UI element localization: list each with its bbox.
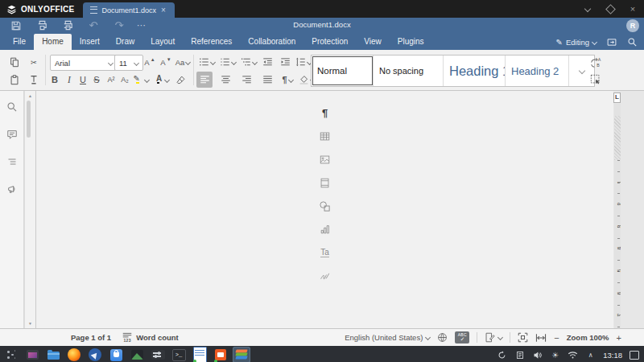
tab-plugins[interactable]: Plugins [390, 34, 432, 50]
chart-settings-button[interactable] [317, 222, 333, 237]
font-size-select[interactable]: 11 [114, 55, 143, 71]
document-tab[interactable]: Document1.docx × [83, 2, 175, 18]
taskbar-image-viewer-icon[interactable] [128, 347, 146, 362]
brightness-icon[interactable]: ☀ [550, 349, 560, 360]
tab-view[interactable]: View [356, 34, 390, 50]
taskbar-screenshot-tool-icon[interactable] [23, 347, 41, 362]
vertical-scrollbar[interactable]: ▲ ▼ [24, 91, 35, 328]
style-normal[interactable]: Normal [312, 56, 374, 86]
taskbar-maps-icon[interactable] [86, 347, 104, 362]
tray-expand-chevron-icon[interactable]: ∧ [585, 349, 596, 360]
sync-icon[interactable] [497, 349, 507, 360]
tab-close-icon[interactable]: × [161, 6, 166, 14]
image-settings-button[interactable] [317, 152, 333, 167]
scroll-up-arrow[interactable]: ▲ [25, 93, 35, 99]
notes-icon[interactable] [514, 349, 525, 360]
taskbar-settings-icon[interactable] [149, 347, 167, 362]
set-language-globe-icon[interactable] [437, 332, 448, 343]
undo-button[interactable]: ↶ [83, 19, 104, 32]
avatar[interactable]: R [626, 19, 639, 32]
zoom-out-button[interactable]: − [554, 333, 559, 343]
print-button[interactable] [31, 19, 52, 32]
align-left-button[interactable] [196, 72, 213, 88]
word-count-button[interactable]: 123 Word count [122, 332, 179, 343]
style-heading1[interactable]: Heading 1 [444, 56, 506, 86]
tab-draw[interactable]: Draw [108, 34, 142, 50]
tab-home[interactable]: Home [34, 34, 72, 50]
font-color-button[interactable]: A [151, 72, 172, 88]
spell-check-toggle[interactable]: ABC✓ [455, 331, 469, 343]
zoom-in-button[interactable]: + [617, 333, 621, 343]
open-file-location-button[interactable] [606, 37, 617, 47]
vertical-ruler[interactable]: 1234567 [613, 104, 621, 328]
increment-font-size-button[interactable]: A▲ [142, 54, 158, 70]
style-no-spacing[interactable]: No spacing [374, 56, 444, 86]
cut-button[interactable]: ✂ [26, 54, 42, 70]
taskbar-app-store-icon[interactable] [107, 347, 125, 362]
style-heading2[interactable]: Heading 2 [506, 56, 569, 86]
comments-panel-button[interactable] [4, 126, 20, 142]
decrease-indent-button[interactable] [259, 54, 275, 70]
strikethrough-button[interactable]: S [89, 72, 105, 88]
zoom-level-indicator[interactable]: Zoom 100% [567, 333, 609, 342]
headers-footers-settings-button[interactable] [317, 175, 333, 190]
customize-quick-access-button[interactable]: ⋯ [137, 20, 147, 31]
scroll-down-arrow[interactable]: ▼ [25, 320, 35, 327]
scrollbar-thumb[interactable] [27, 101, 31, 138]
window-close-button[interactable]: × [628, 4, 638, 14]
track-changes-button[interactable] [485, 332, 502, 343]
taskbar-writer-icon[interactable] [191, 347, 208, 362]
fit-page-button[interactable] [518, 332, 528, 343]
nonprinting-characters-button[interactable]: ¶ [277, 72, 298, 88]
table-settings-button[interactable] [317, 129, 333, 143]
taskbar-firefox-icon[interactable] [65, 347, 83, 362]
taskbar-terminal-icon[interactable]: >_ [170, 347, 188, 362]
paragraph-settings-button[interactable]: ¶ [317, 105, 333, 120]
show-desktop-button[interactable] [630, 351, 639, 360]
redo-button[interactable]: ↷ [109, 19, 130, 32]
shape-settings-button[interactable] [317, 199, 333, 213]
quick-print-button[interactable] [57, 19, 78, 32]
navigation-headings-button[interactable] [4, 154, 20, 170]
clear-style-button[interactable] [172, 72, 188, 88]
tab-insert[interactable]: Insert [72, 34, 108, 50]
tab-references[interactable]: References [183, 34, 240, 50]
wifi-icon[interactable] [568, 349, 578, 360]
align-center-button[interactable] [217, 72, 233, 88]
taskbar-onlyoffice-editors-icon[interactable] [233, 347, 250, 362]
window-maximize-button[interactable] [605, 4, 615, 14]
font-name-select[interactable]: Arial [50, 55, 118, 71]
fit-width-button[interactable] [535, 333, 547, 343]
volume-icon[interactable] [532, 349, 543, 360]
feedback-support-button[interactable] [4, 181, 20, 197]
document-language-button[interactable]: English (United States) [345, 333, 430, 342]
copy-button[interactable] [6, 54, 23, 70]
page-number-indicator[interactable]: Page 1 of 1 [71, 333, 111, 342]
change-case-button[interactable]: Aa [172, 54, 193, 70]
save-button[interactable] [6, 19, 27, 32]
decrement-font-size-button[interactable]: A▼ [158, 54, 174, 70]
increase-indent-button[interactable] [277, 54, 293, 70]
align-justify-button[interactable] [259, 72, 275, 88]
bold-button[interactable]: B [47, 72, 63, 88]
select-all-button[interactable] [588, 72, 604, 88]
taskbar-file-manager-icon[interactable] [44, 347, 62, 362]
tab-menu-icon[interactable] [90, 6, 97, 14]
clock[interactable]: 13:18 [603, 351, 622, 360]
find-replace-button[interactable]: AB [588, 55, 604, 71]
tab-layout[interactable]: Layout [142, 34, 183, 50]
tabstop-selector[interactable]: L [613, 91, 621, 104]
copy-style-button[interactable] [26, 72, 42, 88]
window-minimize-button[interactable] [583, 4, 592, 14]
paste-button[interactable] [6, 72, 23, 88]
taskbar-presentation-icon[interactable] [212, 347, 229, 362]
document-viewport[interactable] [621, 104, 644, 328]
taskbar-app-launcher-icon[interactable] [2, 347, 20, 362]
tab-collaboration[interactable]: Collaboration [240, 34, 303, 50]
tab-file[interactable]: File [5, 34, 34, 50]
bullets-button[interactable] [196, 54, 217, 70]
numbering-button[interactable] [217, 54, 238, 70]
text-art-settings-button[interactable]: Ta [317, 245, 333, 260]
tab-protection[interactable]: Protection [303, 34, 356, 50]
search-button[interactable] [627, 37, 638, 47]
